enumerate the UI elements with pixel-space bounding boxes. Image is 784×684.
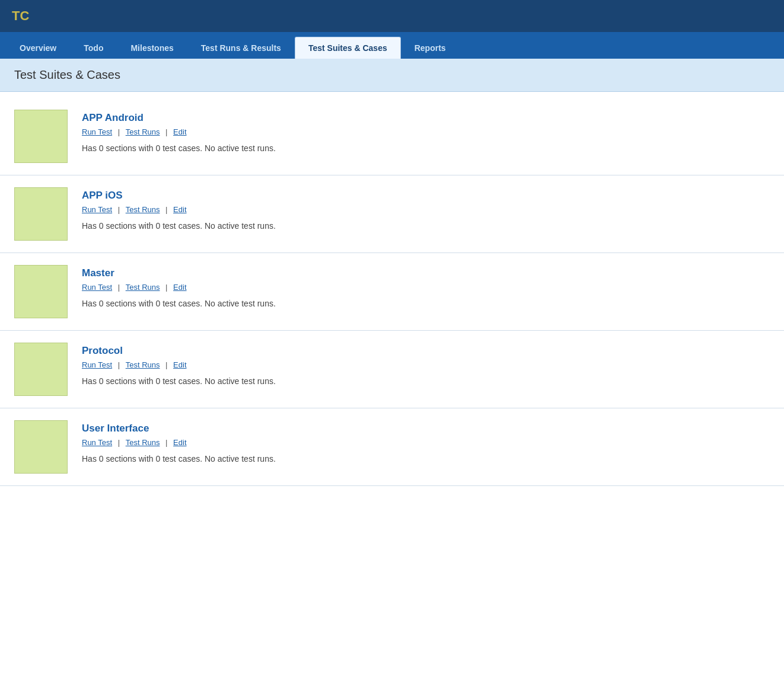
suite-name-app-ios[interactable]: APP iOS: [82, 190, 770, 202]
edit-link-protocol[interactable]: Edit: [173, 360, 186, 369]
test-runs-link-protocol[interactable]: Test Runs: [126, 360, 160, 369]
suite-info-app-android: APP AndroidRun Test | Test Runs | EditHa…: [82, 110, 770, 153]
suite-name-user-interface[interactable]: User Interface: [82, 423, 770, 434]
separator: |: [116, 283, 122, 292]
main-content: APP AndroidRun Test | Test Runs | EditHa…: [0, 92, 784, 492]
suite-description-app-ios: Has 0 sections with 0 test cases. No act…: [82, 221, 770, 231]
separator: |: [164, 127, 170, 136]
suite-description-app-android: Has 0 sections with 0 test cases. No act…: [82, 143, 770, 153]
suite-icon-protocol: [14, 343, 68, 396]
suite-icon-user-interface: [14, 420, 68, 474]
separator: |: [164, 438, 170, 447]
app-logo: TC: [12, 8, 29, 23]
suite-item-master: MasterRun Test | Test Runs | EditHas 0 s…: [0, 253, 784, 331]
tab-overview[interactable]: Overview: [6, 37, 70, 59]
run-test-link-user-interface[interactable]: Run Test: [82, 438, 112, 447]
suite-name-app-android[interactable]: APP Android: [82, 112, 770, 124]
page-title: Test Suites & Cases: [14, 68, 770, 82]
run-test-link-master[interactable]: Run Test: [82, 283, 112, 292]
suite-icon-app-ios: [14, 187, 68, 241]
test-runs-link-user-interface[interactable]: Test Runs: [126, 438, 160, 447]
suite-actions-protocol: Run Test | Test Runs | Edit: [82, 360, 770, 369]
suite-actions-app-ios: Run Test | Test Runs | Edit: [82, 205, 770, 214]
suite-icon-app-android: [14, 110, 68, 163]
suite-actions-master: Run Test | Test Runs | Edit: [82, 283, 770, 292]
edit-link-user-interface[interactable]: Edit: [173, 438, 186, 447]
edit-link-app-ios[interactable]: Edit: [173, 205, 186, 214]
separator: |: [164, 360, 170, 369]
tab-test-runs-results[interactable]: Test Runs & Results: [187, 37, 295, 59]
suite-item-app-ios: APP iOSRun Test | Test Runs | EditHas 0 …: [0, 175, 784, 253]
separator: |: [116, 438, 122, 447]
suite-info-user-interface: User InterfaceRun Test | Test Runs | Edi…: [82, 420, 770, 464]
suite-item-app-android: APP AndroidRun Test | Test Runs | EditHa…: [0, 98, 784, 175]
suite-name-protocol[interactable]: Protocol: [82, 345, 770, 357]
tab-reports[interactable]: Reports: [401, 37, 460, 59]
edit-link-app-android[interactable]: Edit: [173, 127, 186, 136]
suite-actions-user-interface: Run Test | Test Runs | Edit: [82, 438, 770, 447]
edit-link-master[interactable]: Edit: [173, 283, 186, 292]
test-runs-link-master[interactable]: Test Runs: [126, 283, 160, 292]
suite-info-app-ios: APP iOSRun Test | Test Runs | EditHas 0 …: [82, 187, 770, 231]
separator: |: [116, 205, 122, 214]
suite-info-master: MasterRun Test | Test Runs | EditHas 0 s…: [82, 265, 770, 308]
top-bar: TC: [0, 0, 784, 32]
suite-description-master: Has 0 sections with 0 test cases. No act…: [82, 299, 770, 308]
nav-tabs: OverviewTodoMilestonesTest Runs & Result…: [0, 32, 784, 59]
suite-info-protocol: ProtocolRun Test | Test Runs | EditHas 0…: [82, 343, 770, 386]
tab-test-suites-cases[interactable]: Test Suites & Cases: [295, 37, 401, 59]
test-runs-link-app-ios[interactable]: Test Runs: [126, 205, 160, 214]
suite-item-user-interface: User InterfaceRun Test | Test Runs | Edi…: [0, 408, 784, 486]
suite-name-master[interactable]: Master: [82, 267, 770, 279]
run-test-link-app-android[interactable]: Run Test: [82, 127, 112, 136]
page-header: Test Suites & Cases: [0, 59, 784, 92]
suite-description-protocol: Has 0 sections with 0 test cases. No act…: [82, 376, 770, 386]
suite-description-user-interface: Has 0 sections with 0 test cases. No act…: [82, 454, 770, 464]
tab-milestones[interactable]: Milestones: [117, 37, 187, 59]
separator: |: [164, 283, 170, 292]
suite-actions-app-android: Run Test | Test Runs | Edit: [82, 127, 770, 136]
separator: |: [164, 205, 170, 214]
suite-icon-master: [14, 265, 68, 318]
separator: |: [116, 127, 122, 136]
tab-todo[interactable]: Todo: [70, 37, 117, 59]
suite-item-protocol: ProtocolRun Test | Test Runs | EditHas 0…: [0, 331, 784, 408]
run-test-link-app-ios[interactable]: Run Test: [82, 205, 112, 214]
test-runs-link-app-android[interactable]: Test Runs: [126, 127, 160, 136]
run-test-link-protocol[interactable]: Run Test: [82, 360, 112, 369]
separator: |: [116, 360, 122, 369]
